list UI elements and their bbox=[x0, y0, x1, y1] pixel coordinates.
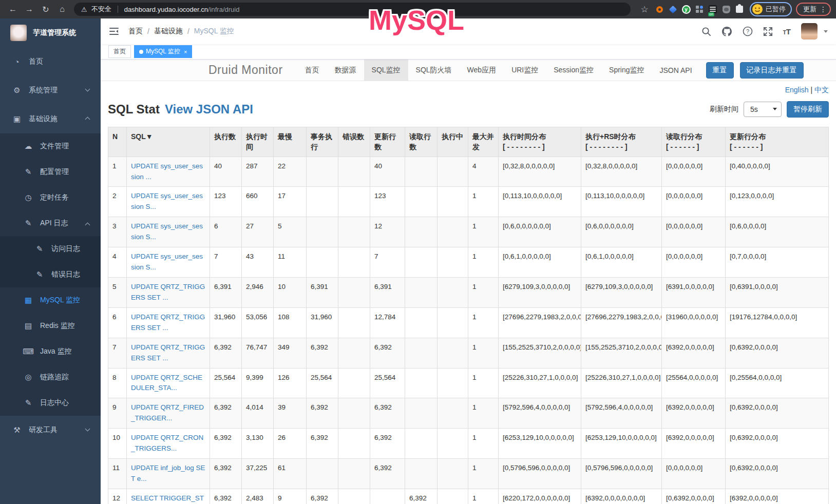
extension-puzzle-icon[interactable] bbox=[733, 3, 746, 15]
extension-list-icon[interactable]: on bbox=[707, 3, 719, 15]
cell-upd: 25,564 bbox=[370, 368, 405, 398]
druid-tab-数据源[interactable]: 数据源 bbox=[327, 60, 364, 81]
extension-adblock-icon[interactable] bbox=[653, 3, 666, 15]
column-header[interactable]: SQL▼ bbox=[127, 127, 210, 157]
cell-tx bbox=[307, 217, 338, 247]
tags-bar: 首页MySQL 监控× bbox=[101, 44, 836, 60]
view-json-api-link[interactable]: View JSON API bbox=[165, 102, 253, 117]
extension-monkey-icon[interactable] bbox=[720, 3, 732, 15]
sidebar-menu: ◔首页⚙系统管理▣基础设施☁文件管理✎配置管理◷定时任务✎API 日志✎访问日志… bbox=[0, 47, 101, 444]
sql-link[interactable]: UPDATE QRTZ_CRON_TRIGGERS... bbox=[131, 434, 203, 452]
cell-time: 37,225 bbox=[242, 459, 274, 489]
lang-english-link[interactable]: English bbox=[785, 86, 809, 94]
sql-link[interactable]: UPDATE sys_user_session ... bbox=[131, 162, 203, 181]
sidebar-item-files[interactable]: ☁文件管理 bbox=[0, 133, 101, 159]
cell-conc: 1 bbox=[468, 217, 499, 247]
sql-link[interactable]: UPDATE inf_job_log SET e... bbox=[131, 464, 205, 482]
forward-icon[interactable]: → bbox=[22, 5, 37, 14]
github-icon[interactable] bbox=[721, 26, 732, 37]
sidebar-item-redis[interactable]: ▤Redis 监控 bbox=[0, 313, 101, 339]
breadcrumb-separator: / bbox=[187, 27, 189, 35]
log-and-reset-button[interactable]: 记录日志并重置 bbox=[740, 62, 804, 79]
font-size-icon[interactable]: TT bbox=[783, 27, 791, 36]
home-icon[interactable]: ⌂ bbox=[54, 5, 70, 14]
druid-tab-Web应用[interactable]: Web应用 bbox=[460, 60, 504, 81]
cell-time: 2,483 bbox=[242, 489, 274, 504]
extension-gem-icon[interactable] bbox=[667, 3, 679, 15]
sidebar-item-error-log[interactable]: ✎错误日志 bbox=[0, 262, 101, 287]
sidebar-item-infra[interactable]: ▣基础设施 bbox=[0, 105, 101, 133]
pause-refresh-button[interactable]: 暂停刷新 bbox=[787, 101, 829, 118]
sidebar-item-mysql[interactable]: ▦MySQL 监控 bbox=[0, 287, 101, 313]
sidebar-item-java[interactable]: ⌨Java 监控 bbox=[0, 339, 101, 364]
user-avatar[interactable] bbox=[801, 23, 818, 40]
profile-chip[interactable]: 已暂停 bbox=[750, 2, 792, 16]
address-bar[interactable]: ⚠ 不安全 dashboard.yudao.iocoder.cn/infra/d… bbox=[74, 3, 631, 16]
cell-h_rs: [25226,310,27,1,0,0,0,0] bbox=[581, 368, 662, 398]
druid-brand[interactable]: Druid Monitor bbox=[208, 63, 283, 77]
back-icon[interactable]: ← bbox=[5, 5, 21, 14]
breadcrumb-item[interactable]: 基础设施 bbox=[154, 27, 183, 36]
druid-tab-首页[interactable]: 首页 bbox=[297, 60, 327, 81]
sidebar-item-devtools[interactable]: ⚒研发工具 bbox=[0, 416, 101, 444]
sql-link[interactable]: UPDATE sys_user_session S... bbox=[131, 253, 203, 271]
sidebar-item-jobs[interactable]: ◷定时任务 bbox=[0, 185, 101, 210]
cell-n: 10 bbox=[108, 429, 127, 459]
tag-close-icon[interactable]: × bbox=[184, 49, 187, 55]
cell-sql: UPDATE QRTZ_CRON_TRIGGERS... bbox=[127, 429, 210, 459]
sidebar-item-home[interactable]: ◔首页 bbox=[0, 47, 101, 76]
cell-max: 10 bbox=[274, 277, 307, 307]
lang-chinese-link[interactable]: 中文 bbox=[814, 86, 829, 94]
sql-link[interactable]: UPDATE QRTZ_TRIGGERS SET ... bbox=[131, 283, 205, 301]
reload-icon[interactable]: ↻ bbox=[38, 5, 53, 14]
druid-tab-SQL监控[interactable]: SQL监控 bbox=[364, 60, 408, 81]
sidebar-item-system[interactable]: ⚙系统管理 bbox=[0, 76, 101, 105]
sidebar-toggle-icon[interactable] bbox=[109, 26, 119, 36]
sidebar-item-api-log[interactable]: ✎API 日志 bbox=[0, 210, 101, 236]
caret-down-icon[interactable] bbox=[824, 30, 828, 33]
extension-green-icon[interactable]: y bbox=[680, 3, 692, 15]
view-tag[interactable]: 首页 bbox=[108, 45, 131, 58]
sidebar: 芋道管理系统 ◔首页⚙系统管理▣基础设施☁文件管理✎配置管理◷定时任务✎API … bbox=[0, 18, 101, 504]
on-badge: on bbox=[708, 12, 714, 16]
bookmark-star-icon[interactable]: ☆ bbox=[637, 4, 652, 15]
cell-run bbox=[438, 217, 468, 247]
sidebar-item-trace[interactable]: ◎链路追踪 bbox=[0, 364, 101, 390]
sql-link[interactable]: UPDATE QRTZ_FIRED_TRIGGER... bbox=[131, 403, 204, 422]
sql-link[interactable]: SELECT TRIGGER_STATE bbox=[131, 494, 204, 504]
sidebar-item-label: API 日志 bbox=[40, 219, 68, 228]
cell-err bbox=[338, 489, 370, 504]
druid-tab-SQL防火墙[interactable]: SQL防火墙 bbox=[408, 60, 460, 81]
fullscreen-icon[interactable] bbox=[763, 27, 773, 36]
extension-squares-icon[interactable] bbox=[693, 3, 706, 15]
cell-h_upd: [0,40,0,0,0,0] bbox=[726, 157, 829, 187]
cell-h_upd: [0,6392,0,0,0,0] bbox=[726, 338, 829, 368]
druid-tab-Spring监控[interactable]: Spring监控 bbox=[601, 60, 652, 81]
refresh-interval-select[interactable]: 5s bbox=[744, 102, 782, 117]
sql-link[interactable]: UPDATE QRTZ_SCHEDULER_STA... bbox=[131, 374, 202, 392]
menu-dots-icon[interactable]: ⋮ bbox=[820, 5, 827, 13]
sql-link[interactable]: UPDATE sys_user_session S... bbox=[131, 222, 203, 241]
update-button[interactable]: 更新 ⋮ bbox=[796, 3, 831, 16]
sidebar-item-config[interactable]: ✎配置管理 bbox=[0, 159, 101, 185]
breadcrumb-item[interactable]: 首页 bbox=[128, 27, 143, 36]
app-logo[interactable]: 芋道管理系统 bbox=[0, 18, 101, 47]
sidebar-item-label: Java 监控 bbox=[40, 347, 71, 356]
sql-link[interactable]: UPDATE sys_user_session S... bbox=[131, 192, 203, 210]
search-icon[interactable] bbox=[701, 27, 711, 36]
druid-tab-Session监控[interactable]: Session监控 bbox=[546, 60, 601, 81]
cell-read bbox=[405, 307, 438, 338]
sql-link[interactable]: UPDATE QRTZ_TRIGGERS SET ... bbox=[131, 313, 205, 332]
cell-sql: UPDATE QRTZ_FIRED_TRIGGER... bbox=[127, 398, 210, 429]
view-tag[interactable]: MySQL 监控× bbox=[134, 45, 192, 58]
sidebar-item-access-log[interactable]: ✎访问日志 bbox=[0, 236, 101, 262]
sql-link[interactable]: UPDATE QRTZ_TRIGGERS SET ... bbox=[131, 343, 205, 362]
help-icon[interactable]: ? bbox=[743, 26, 753, 36]
cell-n: 2 bbox=[108, 187, 127, 217]
druid-tab-JSON API[interactable]: JSON API bbox=[652, 60, 700, 81]
sidebar-item-label: 首页 bbox=[29, 57, 43, 66]
cell-exec: 123 bbox=[210, 187, 242, 217]
reset-button[interactable]: 重置 bbox=[706, 62, 734, 79]
druid-tab-URI监控[interactable]: URI监控 bbox=[504, 60, 546, 81]
sidebar-item-log-center[interactable]: ✎日志中心 bbox=[0, 390, 101, 416]
